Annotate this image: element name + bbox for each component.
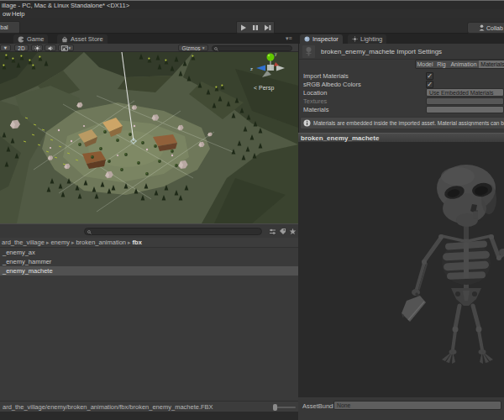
play-icon: [240, 24, 247, 31]
search-icon: [214, 47, 218, 51]
label-srgb: sRGB Albedo Colors: [303, 81, 361, 88]
menu-bar: ow Help: [0, 9, 504, 18]
breadcrumb-sep-icon: ▸: [126, 239, 133, 246]
import-settings-title: broken_enemy_machete Import Settings: [321, 48, 501, 55]
label-import-materials: Import Materials: [303, 72, 349, 80]
inspector-icon: [304, 36, 310, 42]
gizmos-dropdown[interactable]: Gizmos ▾: [178, 45, 208, 51]
tab-materials[interactable]: Materials: [479, 60, 504, 69]
file-row[interactable]: _enemy_hammer: [0, 257, 298, 266]
scene-view-toolbar: ▾ 2D ▾ Gizmos ▾: [0, 44, 298, 52]
project-file-list: _enemy_ax _enemy_hammer _enemy_machete: [0, 248, 298, 401]
main-toolbar: bal Collab ▾: [0, 18, 504, 34]
speaker-icon: [48, 45, 54, 51]
gizmo-y-axis[interactable]: [267, 54, 275, 61]
scene-panel-tabbar: Game Asset Store ▾≡: [0, 34, 298, 44]
pause-button[interactable]: [249, 21, 262, 34]
2d-toggle[interactable]: 2D: [14, 45, 29, 51]
search-by-label-icon[interactable]: [279, 228, 286, 235]
skeleton-model-render: [298, 143, 504, 397]
breadcrumb-sep-icon: ▸: [70, 239, 76, 246]
assetbundle-label: AssetBundle: [302, 402, 338, 410]
info-message: Materials are embedded inside the import…: [313, 120, 504, 126]
scene-fx-dropdown[interactable]: ▾: [58, 45, 74, 51]
gizmo-z-label: z: [250, 66, 253, 71]
breadcrumb-folder[interactable]: broken_animation: [76, 239, 126, 246]
selected-asset-path: ard_the_village/enemy/broken_animation/f…: [3, 403, 267, 411]
scene-viewport[interactable]: y z < Persp: [0, 52, 298, 223]
location-dropdown[interactable]: Use Embedded Materials: [426, 88, 504, 97]
project-status-bar: ard_the_village/enemy/broken_animation/f…: [0, 401, 298, 412]
sun-icon: [34, 45, 40, 51]
file-row[interactable]: _enemy_ax: [0, 248, 298, 257]
file-row-selected[interactable]: _enemy_machete: [0, 266, 298, 276]
step-icon: [264, 24, 271, 31]
asset-store-icon: [61, 36, 68, 43]
game-view-icon: [18, 36, 24, 43]
draw-mode-dropdown[interactable]: ▾: [0, 45, 11, 51]
tab-animation[interactable]: Animation: [449, 60, 480, 69]
project-breadcrumb: ard_the_village ▸ enemy ▸ broken_animati…: [0, 238, 298, 248]
materials-info-box: Materials are embedded inside the import…: [300, 117, 504, 129]
tab-model[interactable]: Model: [415, 60, 435, 69]
menu-item-help[interactable]: Help: [12, 10, 24, 18]
tab-asset-store[interactable]: Asset Store: [57, 34, 108, 44]
collab-label: Collab: [486, 25, 503, 31]
step-button[interactable]: [261, 21, 275, 34]
image-fx-icon: [61, 45, 68, 51]
checkbox-srgb[interactable]: ✓: [426, 81, 433, 88]
scene-audio-toggle[interactable]: [45, 45, 56, 51]
menu-icon: ≡: [289, 35, 292, 41]
caret-down-icon: ▾: [4, 45, 7, 51]
inspector-header: broken_enemy_machete Import Settings: [299, 44, 504, 60]
tab-inspector[interactable]: Inspector: [300, 34, 343, 44]
project-toolbar: [0, 223, 298, 238]
check-icon: ✓: [427, 81, 433, 88]
pivot-global-button[interactable]: bal: [0, 21, 20, 34]
preview-title: broken_enemy_machete: [301, 134, 501, 142]
scene-panel-menu[interactable]: ▾≡: [286, 35, 292, 42]
preview-header[interactable]: broken_enemy_machete: [298, 133, 504, 143]
checkbox-import-materials[interactable]: ✓: [426, 72, 433, 80]
scene-lighting-toggle[interactable]: [31, 45, 43, 51]
tab-rig[interactable]: Rig: [434, 60, 449, 69]
breadcrumb-folder[interactable]: ard_the_village: [2, 239, 45, 246]
caret-down-icon: ▾: [202, 45, 205, 50]
unity-editor-window: illage - PC, Mac & Linux Standalone* <DX…: [0, 0, 504, 420]
textures-field[interactable]: [426, 97, 504, 105]
label-textures: Textures: [303, 97, 327, 105]
window-title: illage - PC, Mac & Linux Standalone* <DX…: [2, 2, 338, 9]
window-title-bar: illage - PC, Mac & Linux Standalone* <DX…: [0, 0, 504, 9]
favorites-star-icon[interactable]: [289, 228, 297, 235]
search-icon: [87, 230, 92, 234]
tab-game[interactable]: Game: [13, 34, 48, 44]
search-by-type-icon[interactable]: [269, 228, 276, 235]
breadcrumb-folder-current[interactable]: fbx: [133, 239, 142, 246]
materials-field[interactable]: [426, 106, 504, 113]
breadcrumb-folder[interactable]: enemy: [50, 239, 70, 246]
slider-knob[interactable]: [273, 404, 277, 411]
model-preview-viewport[interactable]: [298, 143, 504, 397]
caret-down-icon: ▾: [69, 45, 71, 50]
lighting-icon: [352, 36, 358, 42]
asset-thumbnail-image: [302, 45, 315, 58]
menu-item-window[interactable]: ow: [3, 10, 11, 18]
project-search-input[interactable]: [84, 228, 262, 235]
window-status-strip: [0, 412, 298, 420]
asset-thumbnail: [302, 45, 315, 58]
persp-label[interactable]: < Persp: [254, 85, 274, 92]
collab-button[interactable]: Collab ▾: [467, 22, 504, 34]
scene-search-input[interactable]: [212, 45, 292, 51]
import-tab-strip: Model Rig Animation Materials: [299, 60, 504, 69]
assetbundle-section: AssetBundle None: [298, 397, 504, 420]
breadcrumb-sep-icon: ▸: [45, 239, 51, 246]
assetbundle-dropdown[interactable]: None: [333, 401, 501, 410]
info-icon: [303, 119, 311, 127]
check-icon: ✓: [427, 72, 433, 80]
label-materials: Materials: [303, 106, 328, 113]
tab-lighting[interactable]: Lighting: [348, 34, 386, 44]
label-location: Location: [303, 89, 327, 97]
person-icon: [479, 24, 485, 31]
pause-icon: [252, 24, 259, 31]
scene-render: y z < Persp: [0, 52, 298, 223]
